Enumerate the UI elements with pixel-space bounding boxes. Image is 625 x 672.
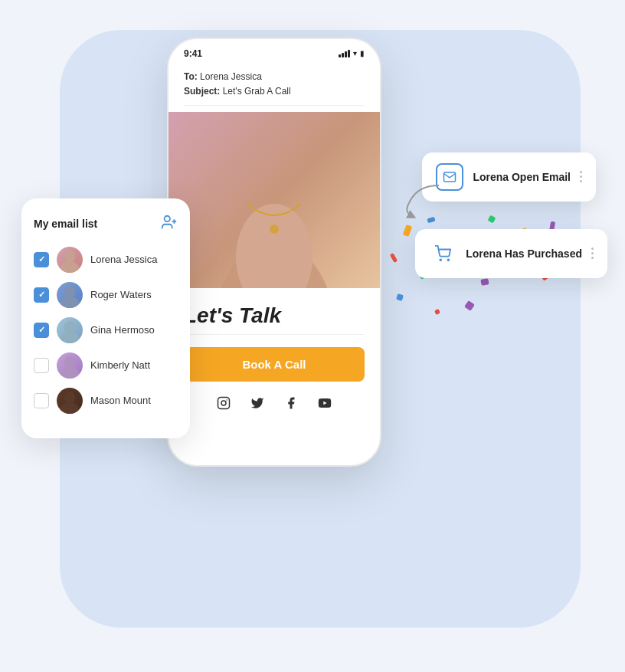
svg-point-21 (448, 259, 450, 261)
svg-rect-3 (218, 397, 230, 408)
notification-email-open: Lorena Open Email (422, 152, 596, 202)
email-list-title: My email list (34, 218, 97, 230)
phone-headline: Let's Talk (184, 303, 365, 328)
svg-point-20 (440, 259, 442, 261)
jewelry-illustration (205, 120, 343, 288)
phone-time: 9:41 (184, 48, 202, 59)
contact-checkbox-2[interactable] (34, 287, 49, 303)
contact-row: Mason Mount (34, 388, 178, 414)
contact-checkbox-4[interactable] (34, 358, 49, 373)
contact-name-4: Kimberly Natt (90, 359, 150, 371)
avatar-5 (57, 388, 83, 414)
signal-icon (339, 50, 350, 57)
phone-header: 9:41 ▾ ▮ To: Lorena Jessica (169, 39, 380, 112)
svg-point-1 (236, 204, 312, 288)
contact-name-2: Roger Waters (90, 289, 152, 300)
contact-row: Lorena Jessica (34, 247, 178, 273)
email-subject: Subject: Let's Grab A Call (184, 84, 365, 99)
contact-checkbox-3[interactable] (34, 323, 49, 338)
add-user-button[interactable] (161, 214, 178, 234)
avatar-4 (57, 352, 83, 379)
contact-name-1: Lorena Jessica (90, 254, 157, 265)
battery-icon: ▮ (360, 49, 365, 57)
twitter-icon[interactable] (248, 394, 267, 412)
email-list-header: My email list (34, 214, 178, 234)
notification-email-text: Lorena Open Email (473, 171, 571, 183)
phone-divider (184, 334, 365, 335)
svg-point-17 (61, 367, 79, 379)
youtube-icon[interactable] (316, 394, 334, 412)
svg-point-5 (226, 399, 227, 401)
instagram-icon[interactable] (214, 394, 233, 412)
svg-point-13 (61, 297, 79, 308)
svg-point-4 (221, 401, 226, 405)
contact-name-3: Gina Hermoso (90, 324, 155, 336)
status-icons: ▾ ▮ (339, 49, 365, 57)
phone-content: Let's Talk Book A Call (169, 288, 380, 425)
email-header: To: Lorena Jessica Subject: Let's Grab A… (184, 67, 365, 106)
contact-name-5: Mason Mount (90, 395, 151, 406)
svg-point-12 (64, 286, 75, 298)
svg-point-2 (270, 225, 279, 234)
wifi-icon: ▾ (353, 49, 357, 57)
notification-purchase: Lorena Has Purchased (415, 229, 607, 278)
phone-hero-image (169, 112, 380, 288)
email-to: To: Lorena Jessica (184, 70, 365, 84)
avatar-2 (57, 282, 83, 308)
svg-point-11 (61, 261, 79, 273)
cart-notification-icon (429, 240, 456, 267)
avatar-1 (57, 247, 83, 273)
svg-point-7 (165, 215, 170, 221)
svg-point-19 (61, 402, 79, 414)
book-call-button[interactable]: Book A Call (184, 347, 365, 382)
svg-point-16 (64, 356, 75, 369)
contact-checkbox-5[interactable] (34, 393, 49, 408)
avatar-3 (57, 317, 83, 343)
facebook-icon[interactable] (282, 394, 300, 412)
contact-row: Kimberly Natt (34, 352, 178, 379)
svg-point-18 (64, 392, 75, 404)
notification-purchase-text: Lorena Has Purchased (466, 247, 582, 260)
scene: 9:41 ▾ ▮ To: Lorena Jessica (14, 15, 611, 658)
svg-point-14 (64, 321, 75, 333)
curved-arrow (401, 182, 447, 220)
phone-mockup: 9:41 ▾ ▮ To: Lorena Jessica (167, 38, 381, 467)
contact-checkbox-1[interactable] (34, 252, 49, 267)
svg-point-15 (61, 332, 79, 343)
contact-list: Lorena Jessica Roger Waters Gina Hermoso (34, 247, 178, 414)
status-bar: 9:41 ▾ ▮ (184, 48, 365, 59)
svg-point-10 (64, 251, 75, 263)
contact-row: Roger Waters (34, 282, 178, 308)
contact-row: Gina Hermoso (34, 317, 178, 343)
notification-email-menu[interactable] (580, 171, 582, 182)
notification-purchase-menu[interactable] (591, 247, 594, 259)
email-list-card: My email list Lorena Jessica (21, 198, 190, 438)
social-links (184, 394, 365, 412)
